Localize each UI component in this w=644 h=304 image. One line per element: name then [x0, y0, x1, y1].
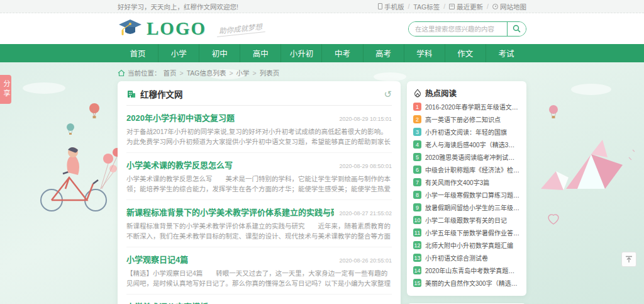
- calendar-icon: [449, 4, 455, 9]
- back-to-top-button[interactable]: [621, 252, 636, 267]
- article-item: 小学美术评价方案模板2020-08-25 22:00:02 小学美术评价方案模板…: [126, 295, 392, 304]
- article-date: 2020-08-26 20:55:01: [339, 257, 392, 264]
- mobile-version-link[interactable]: 手机版: [378, 2, 404, 11]
- site-logo[interactable]: LOGO: [118, 18, 206, 40]
- slogan-text: 助你成就梦想: [216, 21, 265, 37]
- hot-item[interactable]: 4老人与海读后感400字（精选3篇）: [413, 140, 520, 149]
- hot-item[interactable]: 8小学一年级寒假数学口算练习题三篇: [413, 190, 520, 200]
- separator: /: [408, 3, 409, 10]
- logo-text: LOGO: [147, 18, 206, 39]
- hot-item[interactable]: 7有关风雨作文400字3篇: [413, 177, 520, 187]
- breadcrumb-listpage[interactable]: 列表页: [260, 68, 280, 77]
- article-summary: 【精选】小学观察日记4篇 转眼一天又过去了，这一天里，大家身边一定有一些有趣的见…: [126, 268, 392, 289]
- rank-badge: 6: [413, 166, 421, 174]
- sitemap-link[interactable]: 网站地图: [492, 2, 526, 11]
- hot-item[interactable]: 15美丽的大自然作文300字（精选3篇）: [413, 278, 520, 288]
- hot-reading-title: 热点阅读: [425, 87, 457, 99]
- mobile-icon: [378, 3, 382, 9]
- rank-badge: 14: [413, 266, 421, 274]
- paper-crane-illustration: [541, 140, 635, 224]
- refresh-icon[interactable]: ↺: [384, 89, 392, 99]
- nav-item-primary[interactable]: 小学: [158, 44, 199, 62]
- hot-item[interactable]: 3小升初语文阅读：年轻的国旗: [413, 127, 520, 137]
- article-date: 2020-08-29 10:15:01: [339, 116, 392, 122]
- rank-badge: 11: [413, 228, 421, 237]
- nav-item-home[interactable]: 首页: [118, 44, 158, 62]
- page-title: 红穆作文网: [140, 87, 183, 100]
- article-list-panel: 红穆作文网 ↺ 2020年小学升初中语文复习题2020-08-29 10:15:…: [118, 81, 401, 304]
- hot-item[interactable]: 2高一英语下册必修二知识点: [413, 115, 520, 124]
- hot-item[interactable]: 11小学五年级下册数学暑假作业答案【20-61: [413, 228, 520, 237]
- hot-item[interactable]: 13小升初语文综合测试卷: [413, 253, 520, 262]
- breadcrumb-label: 当前位置：: [128, 68, 161, 77]
- article-summary: 小学美术课的教学反思怎么写 美术是一门特别的学科，它能让学生学到绘画与制作的本领…: [126, 174, 392, 194]
- article-item: 小学美术课的教学反思怎么写2020-08-29 08:50:01 小学美术课的教…: [126, 153, 392, 200]
- article-title-link[interactable]: 小学美术评价方案模板: [126, 300, 208, 304]
- search-input[interactable]: [409, 22, 507, 36]
- bicycle-rider-illustration: [41, 147, 121, 211]
- article-item: 新课程标准背景下的小学美术教学评价体系建立的实践与研究2020-08-27 21…: [126, 200, 392, 247]
- rank-badge: 15: [413, 279, 421, 287]
- article-date: 2020-08-27 21:55:02: [339, 210, 392, 217]
- breadcrumb: 当前位置： 首页 > TAG信息列表 > 小学 > 列表页: [118, 68, 526, 77]
- breadcrumb-home[interactable]: 首页: [164, 68, 177, 77]
- breadcrumb-taglist[interactable]: TAG信息列表: [187, 68, 226, 77]
- share-tab[interactable]: 分享: [0, 75, 11, 104]
- home-icon: [118, 69, 125, 77]
- rank-badge: 8: [413, 191, 421, 199]
- nav-item-zhongkao[interactable]: 中考: [321, 44, 362, 62]
- hot-item[interactable]: 52020雅思英语阅读临考冲刺试题附答案: [413, 152, 520, 162]
- article-summary: 新课程标准背景下的小学美术教学评价体系建立的实践与研究 近年来，随着素质教育的不…: [126, 221, 392, 242]
- graduation-cap-icon: [118, 18, 143, 40]
- rank-badge: 9: [413, 203, 421, 211]
- article-title-link[interactable]: 小学美术课的教学反思怎么写: [126, 159, 233, 171]
- main-nav: 首页 小学 初中 高中 小升初 中考 高考 学科 作文 考试: [0, 44, 644, 62]
- hot-item[interactable]: 142020年山东青岛中考数学真题（已公布）: [413, 266, 520, 275]
- article-title-link[interactable]: 新课程标准背景下的小学美术教学评价体系建立的实践与研究: [126, 206, 334, 218]
- search-button[interactable]: [507, 22, 526, 36]
- building-icon: [126, 89, 136, 99]
- article-date: 2020-08-29 08:50:01: [339, 163, 392, 169]
- separator: /: [443, 3, 445, 10]
- hot-item[interactable]: 6中级会计职称题库《经济法》检测题: [413, 165, 520, 174]
- article-title-link[interactable]: 2020年小学升初中语文复习题: [126, 111, 235, 123]
- hot-item[interactable]: 12016-2020年春学期五年级语文下期末模拟: [413, 102, 520, 111]
- nav-item-xiaoshengchu[interactable]: 小升初: [280, 44, 321, 62]
- rank-badge: 1: [413, 103, 421, 111]
- hot-reading-card: 热点阅读 12016-2020年春学期五年级语文下期末模拟 2高一英语下册必修二…: [407, 81, 526, 296]
- fire-icon: [413, 89, 422, 98]
- article-item: 2020年小学升初中语文复习题2020-08-29 10:15:01 对于备战2…: [126, 106, 392, 153]
- nav-item-exam[interactable]: 考试: [486, 44, 526, 62]
- article-title-link[interactable]: 小学观察日记4篇: [126, 253, 188, 265]
- separator: >: [180, 69, 184, 77]
- nav-item-senior[interactable]: 高中: [240, 44, 280, 62]
- rank-badge: 5: [413, 153, 421, 161]
- rank-badge: 13: [413, 254, 421, 262]
- breadcrumb-primary[interactable]: 小学: [236, 68, 250, 77]
- welcome-text: 好好学习，天天向上，红穆作文网欢迎您!: [118, 2, 238, 11]
- rank-badge: 7: [413, 178, 421, 186]
- separator: >: [253, 69, 257, 77]
- location-icon: [492, 4, 498, 9]
- nav-item-subject[interactable]: 学科: [404, 44, 445, 62]
- rank-badge: 2: [413, 115, 421, 123]
- arrow-to-top-icon: [625, 256, 633, 263]
- recent-updates-link[interactable]: 最近更新: [449, 2, 483, 11]
- rank-badge: 3: [413, 128, 421, 136]
- site-header: LOGO 助你成就梦想: [0, 13, 644, 44]
- search-icon: [513, 25, 521, 33]
- article-item: 小学观察日记4篇2020-08-26 20:55:01 【精选】小学观察日记4篇…: [126, 247, 392, 295]
- hot-item[interactable]: 10小学二年级跟数学有关的日记: [413, 215, 520, 225]
- hot-item[interactable]: 9放暑假期间留给小学生的三年级英语作文范文: [413, 203, 520, 212]
- article-summary: 对于备战2017年小升初的同学来说,复习的好坏对小升初考试成绩的高低起着很大的影…: [126, 127, 392, 147]
- tag-link[interactable]: TAG标签: [413, 2, 440, 11]
- nav-item-composition[interactable]: 作文: [445, 44, 486, 62]
- separator: >: [229, 69, 233, 77]
- nav-item-junior[interactable]: 初中: [199, 44, 240, 62]
- hot-item[interactable]: 12北师大附中小升初数学真题汇编: [413, 240, 520, 250]
- search-box: [408, 21, 526, 37]
- separator: /: [487, 3, 489, 10]
- rank-badge: 4: [413, 140, 421, 149]
- top-bar: 好好学习，天天向上，红穆作文网欢迎您! 手机版 / TAG标签 / 最近更新 /…: [0, 0, 644, 13]
- nav-item-gaokao[interactable]: 高考: [363, 44, 404, 62]
